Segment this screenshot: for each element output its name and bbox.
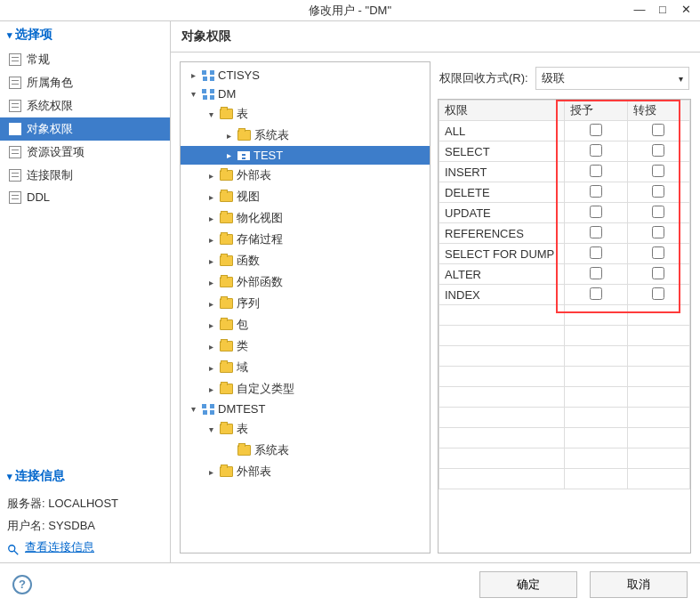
transfer-checkbox[interactable] [652,226,664,238]
perm-name: ALL [439,121,565,141]
nav-system-priv[interactable]: 系统权限 [0,94,170,117]
tree-pkg[interactable]: ▸包 [181,314,430,335]
tree-ext-func[interactable]: ▸外部函数 [181,271,430,293]
content-area: 对象权限 ▸CTISYS ▾DM ▾表 ▸系统表 ▸TEST ▸外部表 ▸视图 … [171,21,700,562]
grant-checkbox[interactable] [590,267,602,279]
tree-class[interactable]: ▸类 [181,335,430,357]
grant-checkbox[interactable] [590,287,602,300]
transfer-checkbox[interactable] [652,124,664,136]
tree-seq[interactable]: ▸序列 [181,293,430,314]
transfer-checkbox[interactable] [652,267,664,279]
chevron-right-icon: ▸ [205,342,216,351]
folder-icon [220,109,233,119]
tree-test[interactable]: ▸TEST [181,146,430,165]
cancel-button[interactable]: 取消 [590,571,688,598]
transfer-checkbox[interactable] [652,246,664,259]
chevron-right-icon: ▸ [205,278,216,287]
recall-select[interactable]: 级联 ▾ [535,67,689,90]
perm-name: SELECT [439,141,565,162]
nav-ddl[interactable]: DDL [0,187,170,207]
tree-dmtest-ext[interactable]: ▸外部表 [181,461,430,482]
table-row [439,367,690,387]
tree-udt[interactable]: ▸自定义类型 [181,378,430,400]
nav-resource[interactable]: 资源设置项 [0,141,170,164]
grant-checkbox[interactable] [590,246,602,259]
help-button[interactable]: ? [12,575,32,594]
transfer-checkbox[interactable] [652,185,664,198]
tree-domain[interactable]: ▸域 [181,357,430,378]
chevron-right-icon: ▸ [205,467,216,477]
transfer-checkbox[interactable] [652,206,664,218]
table-row: INDEX [439,285,690,305]
window-title: 修改用户 - "DM" [309,3,391,19]
tree-sp[interactable]: ▸存储过程 [181,229,430,250]
col-transfer: 转授 [627,101,690,121]
table-row [439,448,690,469]
tree-ext-table[interactable]: ▸外部表 [181,165,430,186]
table-row: ALTER [439,264,690,285]
nav-conn-limit[interactable]: 连接限制 [0,164,170,187]
object-tree[interactable]: ▸CTISYS ▾DM ▾表 ▸系统表 ▸TEST ▸外部表 ▸视图 ▸物化视图… [180,61,430,553]
perm-name: INDEX [439,285,565,305]
chevron-down-icon: ▾ [205,424,216,434]
table-row [439,469,690,489]
folder-icon [220,424,233,434]
ok-button[interactable]: 确定 [479,571,577,598]
view-conn-link[interactable]: 查看连接信息 [7,537,163,559]
table-row: ALL [439,121,690,141]
chevron-right-icon: ▸ [205,256,216,266]
grant-checkbox[interactable] [590,206,602,218]
perm-name: REFERENCES [439,223,565,244]
transfer-checkbox[interactable] [652,287,664,300]
perm-name: SELECT FOR DUMP [439,244,565,264]
folder-icon [237,445,251,456]
content-header: 对象权限 [171,21,700,53]
table-row [439,408,690,428]
grant-checkbox[interactable] [590,124,602,136]
nav-object-priv[interactable]: 对象权限 [0,117,170,141]
transfer-checkbox[interactable] [652,165,664,177]
folder-icon [220,277,233,287]
page-icon [9,100,21,112]
tree-dmtest-systable[interactable]: 系统表 [181,440,430,461]
tree-func[interactable]: ▸函数 [181,250,430,271]
chevron-down-icon: ▾ [205,109,216,119]
grant-checkbox[interactable] [590,185,602,198]
transfer-checkbox[interactable] [652,144,664,157]
page-icon [9,169,21,182]
minimize-button[interactable]: — [632,3,647,16]
grant-checkbox[interactable] [590,226,602,238]
close-button[interactable]: ✕ [679,3,693,16]
table-row: SELECT [439,141,690,162]
chevron-right-icon: ▸ [205,235,216,245]
tree-ctisys[interactable]: ▸CTISYS [181,66,430,85]
nav-general[interactable]: 常规 [0,48,170,71]
tree-mat-view[interactable]: ▸物化视图 [181,207,430,229]
table-row [439,326,690,346]
perm-name: ALTER [439,264,565,285]
col-permission: 权限 [439,101,565,121]
chevron-right-icon: ▸ [205,299,216,309]
server-value: LOCALHOST [48,497,118,510]
tree-dm[interactable]: ▾DM [181,85,430,103]
nav-roles[interactable]: 所属角色 [0,71,170,94]
grant-checkbox[interactable] [590,144,602,157]
folder-icon [220,319,233,330]
schema-icon [202,89,214,100]
table-row [439,346,690,367]
col-granted: 授予 [565,101,628,121]
maximize-button[interactable]: □ [656,3,670,16]
chevron-right-icon: ▸ [205,171,216,181]
table-row [439,305,690,326]
folder-icon [220,298,233,309]
table-row: SELECT FOR DUMP [439,244,690,264]
tree-systable[interactable]: ▸系统表 [181,125,430,146]
folder-icon [237,130,251,141]
tree-view[interactable]: ▸视图 [181,186,430,207]
chevron-right-icon: ▸ [205,192,216,202]
tree-dmtest-table[interactable]: ▾表 [181,418,430,440]
grant-checkbox[interactable] [590,165,602,177]
tree-dmtest[interactable]: ▾DMTEST [181,400,430,418]
tree-table[interactable]: ▾表 [181,103,430,125]
perm-name: DELETE [439,182,565,203]
